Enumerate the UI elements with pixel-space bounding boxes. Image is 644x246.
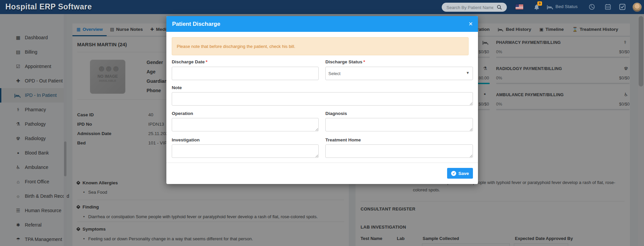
- tasks-check-icon[interactable]: [619, 4, 626, 10]
- diagnosis-textarea[interactable]: [325, 118, 473, 131]
- operation-textarea[interactable]: [172, 118, 319, 131]
- modal-header: Patient Discharge ✕: [166, 16, 478, 32]
- whatsapp-icon[interactable]: [589, 4, 595, 10]
- discharge-status-select-wrap: Select ▼: [325, 67, 473, 80]
- close-icon[interactable]: ✕: [469, 16, 473, 32]
- calendar-icon[interactable]: [605, 4, 611, 10]
- operation-label: Operation: [172, 111, 193, 116]
- discharge-date-input[interactable]: [172, 67, 319, 80]
- diagnosis-label: Diagnosis: [325, 111, 347, 116]
- app-title: Hospital ERP Software: [5, 2, 92, 11]
- bed-status-icon[interactable]: [547, 5, 554, 9]
- hospital-erp-app: Hospital ERP Software 9 Bed Status: [0, 0, 644, 246]
- patient-search[interactable]: [442, 3, 507, 12]
- notification-count-badge: 9: [537, 1, 542, 6]
- user-avatar[interactable]: [633, 3, 642, 12]
- bed-status-link[interactable]: Bed Status: [555, 4, 578, 9]
- treatment-home-label: Treatment Home: [325, 137, 361, 142]
- search-icon[interactable]: [497, 5, 502, 10]
- discharge-status-select[interactable]: Select: [325, 67, 473, 80]
- investigation-label: Investigation: [172, 137, 200, 142]
- save-button[interactable]: ✔ Save: [447, 168, 473, 179]
- note-label: Note: [172, 85, 182, 90]
- treatment-home-textarea[interactable]: [325, 144, 473, 158]
- investigation-textarea[interactable]: [172, 144, 319, 158]
- search-input[interactable]: [446, 3, 494, 12]
- check-circle-icon: ✔: [451, 171, 456, 176]
- top-header-bar: Hospital ERP Software 9 Bed Status: [0, 0, 644, 14]
- modal-footer-divider: [166, 163, 478, 163]
- modal-title: Patient Discharge: [172, 16, 220, 32]
- discharge-warning: Please note that before discharging the …: [172, 37, 469, 55]
- discharge-status-label: Discharge Status*: [325, 59, 365, 64]
- discharge-date-label: Discharge Date*: [172, 59, 208, 64]
- note-textarea[interactable]: [172, 92, 473, 106]
- patient-discharge-modal: Patient Discharge ✕ Please note that bef…: [166, 16, 478, 184]
- language-flag-icon[interactable]: [516, 4, 523, 9]
